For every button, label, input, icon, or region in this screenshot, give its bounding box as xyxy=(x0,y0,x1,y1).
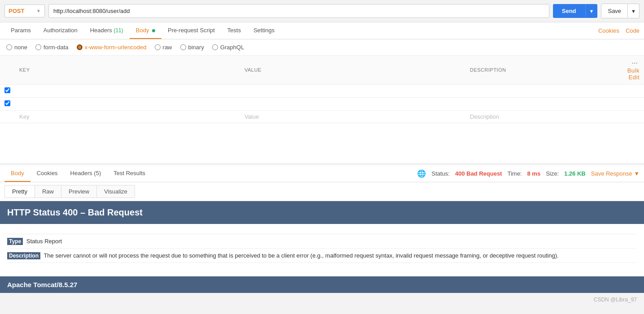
row2-desc-input[interactable] xyxy=(470,101,618,108)
response-status-area: 🌐 Status: 400 Bad Request Time: 8 ms Siz… xyxy=(417,169,640,178)
send-dropdown-button[interactable]: ▼ xyxy=(585,4,598,18)
divider1 xyxy=(7,234,637,234)
cookies-link[interactable]: Cookies xyxy=(598,27,619,34)
request-tabs: Params Authorization Headers (11) Body P… xyxy=(0,22,644,39)
save-response-button[interactable]: Save Response ▼ xyxy=(591,170,640,177)
save-button-group: Save ▼ xyxy=(601,4,640,18)
code-link[interactable]: Code xyxy=(626,27,640,34)
tab-settings[interactable]: Settings xyxy=(247,22,281,39)
tab-prerequest[interactable]: Pre-request Script xyxy=(161,22,221,39)
save-dropdown-button[interactable]: ▼ xyxy=(628,4,640,18)
format-tab-pretty[interactable]: Pretty xyxy=(4,185,35,198)
toolbar: POST ▼ Send ▼ Save ▼ xyxy=(0,0,644,22)
url-input[interactable] xyxy=(48,4,549,18)
size-label: Size: xyxy=(546,170,559,177)
body-dot-icon xyxy=(152,29,155,32)
radio-graphql[interactable]: GraphQL xyxy=(212,44,244,51)
page-footer: CSDN @Libra_97 xyxy=(0,293,644,306)
divider3 xyxy=(7,262,637,263)
row2-checkbox[interactable] xyxy=(4,100,10,106)
radio-none[interactable]: none xyxy=(6,44,27,51)
status-value: 400 Bad Request xyxy=(455,170,502,177)
middle-space xyxy=(0,123,644,163)
method-arrow-icon: ▼ xyxy=(36,9,41,13)
radio-form-data[interactable]: form-data xyxy=(35,44,69,51)
response-content: Type Status Report Description The serve… xyxy=(0,224,644,273)
bulk-edit-link[interactable]: Bulk Edit xyxy=(627,67,640,81)
send-button[interactable]: Send xyxy=(553,4,585,18)
tab-authorization[interactable]: Authorization xyxy=(37,22,84,39)
body-type-row: none form-data x-www-form-urlencoded raw… xyxy=(0,39,644,56)
row2-value-input[interactable] xyxy=(244,101,461,108)
size-value: 1.26 KB xyxy=(564,170,586,177)
col-key: KEY xyxy=(15,56,240,85)
resp-tab-body[interactable]: Body xyxy=(4,165,30,182)
type-row: Type Status Report xyxy=(7,238,637,245)
radio-urlencoded[interactable]: x-www-form-urlencoded xyxy=(77,44,147,51)
footer-credit: CSDN @Libra_97 xyxy=(594,297,637,303)
response-body: HTTP Status 400 – Bad Request Type Statu… xyxy=(0,201,644,293)
col-description: DESCRIPTION xyxy=(466,56,623,85)
status-label: Status: xyxy=(431,170,449,177)
col-checkbox xyxy=(0,56,15,85)
tomcat-footer: Apache Tomcat/8.5.27 xyxy=(0,276,644,293)
row1-checkbox[interactable] xyxy=(4,87,10,93)
col-actions: ··· Bulk Edit xyxy=(623,56,644,85)
table-row xyxy=(0,85,644,98)
row1-desc-input[interactable] xyxy=(470,88,618,95)
response-tabs-bar: Body Cookies Headers (5) Test Results 🌐 … xyxy=(0,165,644,182)
row2-key-input[interactable] xyxy=(19,101,235,108)
method-label: POST xyxy=(9,8,24,14)
description-value: The server cannot or will not process th… xyxy=(44,252,558,259)
tab-right-links: Cookies Code xyxy=(598,27,640,34)
radio-raw[interactable]: raw xyxy=(155,44,172,51)
send-button-group: Send ▼ xyxy=(553,4,598,18)
divider2 xyxy=(7,248,637,249)
format-tab-raw[interactable]: Raw xyxy=(35,185,61,198)
resp-tab-headers[interactable]: Headers (5) xyxy=(64,165,108,182)
time-value: 8 ms xyxy=(527,170,540,177)
new-key-input[interactable] xyxy=(19,113,235,120)
new-desc-input[interactable] xyxy=(470,113,618,120)
save-button[interactable]: Save xyxy=(601,4,628,18)
format-tab-visualize[interactable]: Visualize xyxy=(96,185,135,198)
row1-key-input[interactable] xyxy=(19,88,235,95)
http-status-header: HTTP Status 400 – Bad Request xyxy=(0,201,644,224)
method-select[interactable]: POST ▼ xyxy=(4,4,45,17)
col-value: VALUE xyxy=(240,56,466,85)
format-tab-preview[interactable]: Preview xyxy=(61,185,96,198)
more-options-button[interactable]: ··· xyxy=(630,59,640,67)
time-label: Time: xyxy=(507,170,522,177)
format-tabs-bar: Pretty Raw Preview Visualize xyxy=(0,182,644,201)
radio-binary[interactable]: binary xyxy=(180,44,204,51)
type-value: Status Report xyxy=(26,238,62,245)
kv-table: KEY VALUE DESCRIPTION ··· Bulk Edit xyxy=(0,56,644,123)
tab-tests[interactable]: Tests xyxy=(221,22,247,39)
table-row xyxy=(0,98,644,111)
description-row: Description The server cannot or will no… xyxy=(7,252,637,259)
headers-badge: (11) xyxy=(113,27,123,34)
new-value-input[interactable] xyxy=(244,113,461,120)
tab-params[interactable]: Params xyxy=(4,22,37,39)
globe-icon: 🌐 xyxy=(417,169,426,178)
resp-tab-cookies[interactable]: Cookies xyxy=(30,165,64,182)
type-label: Type xyxy=(7,238,23,245)
row1-value-input[interactable] xyxy=(244,88,461,95)
placeholder-row xyxy=(0,111,644,123)
description-label: Description xyxy=(7,252,40,259)
tab-headers[interactable]: Headers (11) xyxy=(84,22,130,39)
resp-tab-test-results[interactable]: Test Results xyxy=(107,165,152,182)
tab-body[interactable]: Body xyxy=(130,22,161,39)
